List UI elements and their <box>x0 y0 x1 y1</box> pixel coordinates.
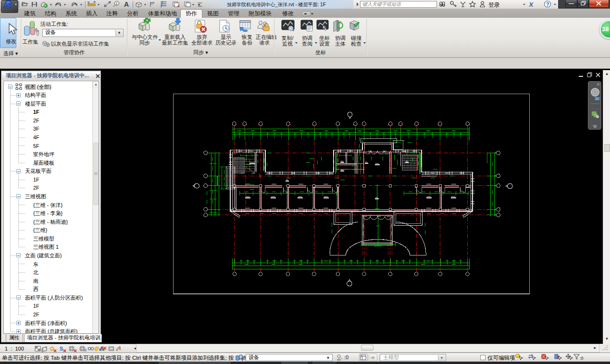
svg-text:X: X <box>529 1 534 8</box>
svg-text::0: :0 <box>580 356 584 361</box>
svg-text:?: ? <box>546 1 549 7</box>
svg-text:登录: 登录 <box>488 1 500 8</box>
svg-text:S: S <box>60 346 63 352</box>
svg-text:A: A <box>124 0 129 8</box>
svg-text:x: x <box>177 4 180 8</box>
svg-text:1: 1 <box>116 1 118 6</box>
svg-text:2D: 2D <box>595 97 599 100</box>
svg-text:9: 9 <box>84 348 87 352</box>
